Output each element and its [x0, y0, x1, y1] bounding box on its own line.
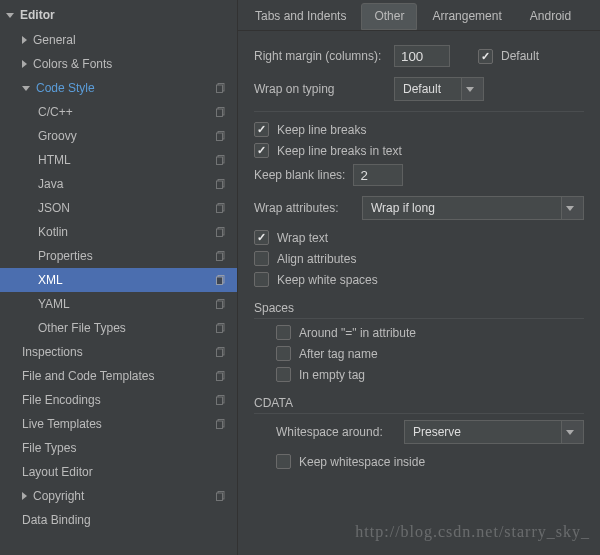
svg-rect-19 [217, 301, 223, 309]
svg-rect-7 [217, 157, 223, 165]
copy-icon[interactable] [215, 346, 227, 358]
copy-icon[interactable] [215, 322, 227, 334]
keep-whitespace-inside-row[interactable]: Keep whitespace inside [254, 454, 584, 469]
chevron-down-icon [461, 78, 483, 100]
sidebar-item-live-templates[interactable]: Live Templates [0, 412, 237, 436]
copy-icon[interactable] [215, 418, 227, 430]
wrap-on-typing-label: Wrap on typing [254, 82, 394, 96]
keep-line-breaks-row[interactable]: Keep line breaks [254, 122, 584, 137]
in-empty-tag-checkbox[interactable] [276, 367, 291, 382]
copy-icon[interactable] [215, 394, 227, 406]
chevron-icon[interactable] [22, 60, 27, 68]
after-tag-name-row[interactable]: After tag name [254, 346, 584, 361]
after-tag-name-checkbox[interactable] [276, 346, 291, 361]
default-checkbox[interactable] [478, 49, 493, 64]
svg-rect-1 [217, 85, 223, 93]
svg-rect-29 [217, 421, 223, 429]
wrap-on-typing-select[interactable]: Default [394, 77, 484, 101]
sidebar-item-label: JSON [38, 201, 215, 215]
copy-icon[interactable] [215, 202, 227, 214]
sidebar-item-code-style[interactable]: Code Style [0, 76, 237, 100]
copy-icon[interactable] [215, 490, 227, 502]
sidebar-item-label: Kotlin [38, 225, 215, 239]
sidebar-item-label: XML [38, 273, 215, 287]
svg-rect-11 [217, 205, 223, 213]
keep-white-spaces-checkbox[interactable] [254, 272, 269, 287]
chevron-icon[interactable] [22, 86, 30, 91]
sidebar-item-html[interactable]: HTML [0, 148, 237, 172]
sidebar-item-yaml[interactable]: YAML [0, 292, 237, 316]
default-label: Default [501, 49, 539, 63]
sidebar-item-data-binding[interactable]: Data Binding [0, 508, 237, 532]
chevron-down-icon [561, 197, 583, 219]
tab-tabs-and-indents[interactable]: Tabs and Indents [242, 3, 359, 30]
keep-line-breaks-text-row[interactable]: Keep line breaks in text [254, 143, 584, 158]
keep-white-spaces-row[interactable]: Keep white spaces [254, 272, 584, 287]
copy-icon[interactable] [215, 370, 227, 382]
copy-icon[interactable] [215, 130, 227, 142]
sidebar-item-colors-fonts[interactable]: Colors & Fonts [0, 52, 237, 76]
chevron-icon[interactable] [22, 492, 27, 500]
in-empty-tag-row[interactable]: In empty tag [254, 367, 584, 382]
sidebar-item-inspections[interactable]: Inspections [0, 340, 237, 364]
sidebar-item-file-and-code-templates[interactable]: File and Code Templates [0, 364, 237, 388]
copy-icon[interactable] [215, 250, 227, 262]
around-equals-checkbox[interactable] [276, 325, 291, 340]
right-margin-label: Right margin (columns): [254, 49, 394, 63]
sidebar-item-label: Layout Editor [22, 465, 237, 479]
right-margin-input[interactable] [394, 45, 450, 67]
tab-other[interactable]: Other [361, 3, 417, 30]
copy-icon[interactable] [215, 298, 227, 310]
sidebar-item-other-file-types[interactable]: Other File Types [0, 316, 237, 340]
tab-android[interactable]: Android [517, 3, 584, 30]
sidebar-item-copyright[interactable]: Copyright [0, 484, 237, 508]
svg-rect-5 [217, 133, 223, 141]
sidebar-item-layout-editor[interactable]: Layout Editor [0, 460, 237, 484]
main-panel: Tabs and IndentsOtherArrangementAndroid … [238, 0, 600, 555]
sidebar-item-properties[interactable]: Properties [0, 244, 237, 268]
sidebar-item-c-c-[interactable]: C/C++ [0, 100, 237, 124]
sidebar-item-label: File Encodings [22, 393, 215, 407]
sidebar-item-groovy[interactable]: Groovy [0, 124, 237, 148]
keep-line-breaks-checkbox[interactable] [254, 122, 269, 137]
sidebar-item-label: File Types [22, 441, 237, 455]
sidebar-item-label: Colors & Fonts [33, 57, 237, 71]
chevron-icon[interactable] [22, 36, 27, 44]
whitespace-around-select[interactable]: Preserve [404, 420, 584, 444]
chevron-down-icon[interactable] [6, 13, 14, 18]
sidebar-item-label: C/C++ [38, 105, 215, 119]
tab-arrangement[interactable]: Arrangement [419, 3, 514, 30]
divider [254, 111, 584, 112]
sidebar-item-file-types[interactable]: File Types [0, 436, 237, 460]
copy-icon[interactable] [215, 154, 227, 166]
tab-bar: Tabs and IndentsOtherArrangementAndroid [238, 0, 600, 31]
keep-blank-lines-label: Keep blank lines: [254, 168, 345, 182]
sidebar-item-general[interactable]: General [0, 28, 237, 52]
copy-icon[interactable] [215, 226, 227, 238]
sidebar-item-label: Copyright [33, 489, 215, 503]
sidebar-item-label: File and Code Templates [22, 369, 215, 383]
copy-icon[interactable] [215, 274, 227, 286]
sidebar: Editor GeneralColors & FontsCode StyleC/… [0, 0, 238, 555]
sidebar-item-label: Live Templates [22, 417, 215, 431]
align-attributes-checkbox[interactable] [254, 251, 269, 266]
svg-rect-13 [217, 229, 223, 237]
keep-blank-lines-input[interactable] [353, 164, 403, 186]
copy-icon[interactable] [215, 178, 227, 190]
sidebar-item-kotlin[interactable]: Kotlin [0, 220, 237, 244]
wrap-text-row[interactable]: Wrap text [254, 230, 584, 245]
align-attributes-row[interactable]: Align attributes [254, 251, 584, 266]
sidebar-item-json[interactable]: JSON [0, 196, 237, 220]
wrap-text-checkbox[interactable] [254, 230, 269, 245]
around-equals-row[interactable]: Around "=" in attribute [254, 325, 584, 340]
copy-icon[interactable] [215, 106, 227, 118]
wrap-attributes-select[interactable]: Wrap if long [362, 196, 584, 220]
sidebar-item-java[interactable]: Java [0, 172, 237, 196]
sidebar-item-xml[interactable]: XML [0, 268, 237, 292]
sidebar-header: Editor [0, 4, 237, 28]
sidebar-item-file-encodings[interactable]: File Encodings [0, 388, 237, 412]
chevron-down-icon [561, 421, 583, 443]
keep-whitespace-inside-checkbox[interactable] [276, 454, 291, 469]
keep-line-breaks-text-checkbox[interactable] [254, 143, 269, 158]
copy-icon[interactable] [215, 82, 227, 94]
